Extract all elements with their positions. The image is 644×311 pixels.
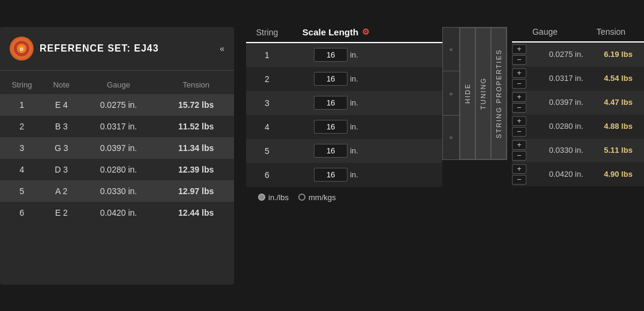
plus-btn-5[interactable]: +	[512, 164, 526, 174]
gt-data-row: + − 0.0275 in. 6.19 lbs	[512, 43, 644, 67]
vertical-tabs-panel: « » » HIDE TUNING STRING PROPERTIES	[442, 27, 507, 160]
minus-btn-1[interactable]: −	[512, 79, 526, 89]
right-cell-string-2: 3	[246, 98, 288, 108]
left-table-row: 2 B 3 0.0317 in. 11.52 lbs	[0, 116, 234, 137]
unit-metric-option[interactable]: mm/kgs	[298, 193, 336, 202]
left-table-row: 3 G 3 0.0397 in. 11.34 lbs	[0, 137, 234, 159]
right-data-row: 1 in.	[246, 43, 442, 67]
cell-string-1: 2	[0, 116, 44, 137]
plus-btn-3[interactable]: +	[512, 116, 526, 126]
unit-imperial-label: in./lbs	[268, 193, 289, 202]
gt-cell-tension-2: 4.47 lbs	[592, 98, 644, 107]
right-cell-scalelen-4: in.	[288, 144, 384, 158]
cell-tension-1: 11.52 lbs	[158, 116, 234, 137]
tuning-tab[interactable]: TUNING	[475, 28, 491, 159]
arrow-right-btn2[interactable]: »	[443, 116, 459, 159]
cell-gauge-2: 0.0397 in.	[79, 137, 158, 159]
arrow-right-btn[interactable]: »	[443, 71, 459, 116]
cell-string-2: 3	[0, 137, 44, 159]
minus-btn-3[interactable]: −	[512, 127, 526, 137]
cell-note-3: D 3	[44, 159, 79, 180]
gt-cell-tension-3: 4.88 lbs	[592, 122, 644, 131]
left-table-row: 6 E 2 0.0420 in. 12.44 lbs	[0, 202, 234, 224]
string-properties-tab[interactable]: STRING PROPERTIES	[491, 28, 507, 159]
cell-note-0: E 4	[44, 94, 79, 116]
gt-cell-gauge-5: 0.0420 in.	[535, 170, 592, 179]
cell-string-0: 1	[0, 94, 44, 116]
col-scalelen-header: Scale Length ⚙	[288, 27, 384, 37]
plus-btn-0[interactable]: +	[512, 44, 526, 54]
cell-string-5: 6	[0, 202, 44, 224]
panel-header: D REFERENCE SET: EJ43 «	[0, 37, 234, 71]
minus-btn-4[interactable]: −	[512, 151, 526, 161]
plus-btn-4[interactable]: +	[512, 140, 526, 150]
plus-btn-1[interactable]: +	[512, 68, 526, 78]
right-data-row: 2 in.	[246, 67, 442, 91]
gt-rows: + − 0.0275 in. 6.19 lbs + − 0.0317 in. 4…	[512, 43, 644, 186]
col-header-gauge: Gauge	[79, 76, 158, 94]
minus-btn-0[interactable]: −	[512, 55, 526, 65]
unit-row: in./lbs mm/kgs	[246, 193, 644, 202]
right-cell-string-3: 4	[246, 122, 288, 132]
left-table-row: 1 E 4 0.0275 in. 15.72 lbs	[0, 94, 234, 116]
unit-imperial-option[interactable]: in./lbs	[258, 193, 289, 202]
col-header-note: Note	[44, 76, 79, 94]
gt-cell-tension-1: 4.54 lbs	[592, 74, 644, 83]
cell-gauge-5: 0.0420 in.	[79, 202, 158, 224]
right-rows: 1 in. 2 in. 3 in. 4 in. 5	[246, 43, 442, 187]
unit-metric-label: mm/kgs	[308, 193, 336, 202]
pm-buttons-1: + −	[512, 68, 532, 89]
pm-buttons-4: + −	[512, 140, 532, 161]
full-right: String Scale Length ⚙ 1 in. 2 in. 3	[246, 27, 644, 187]
gt-data-row: + − 0.0420 in. 4.90 lbs	[512, 162, 644, 186]
gt-header: Gauge Tension	[512, 27, 644, 43]
arrow-left-btn[interactable]: «	[443, 28, 459, 72]
gt-data-row: + − 0.0317 in. 4.54 lbs	[512, 67, 644, 90]
scalelen-input-2[interactable]	[314, 96, 348, 110]
gear-icon[interactable]: ⚙	[362, 27, 370, 37]
right-cell-scalelen-0: in.	[288, 48, 384, 62]
cell-note-1: B 3	[44, 116, 79, 137]
pm-buttons-5: + −	[512, 164, 532, 185]
hide-tab[interactable]: HIDE	[460, 28, 475, 159]
right-cell-scalelen-5: in.	[288, 168, 384, 182]
scalelen-input-3[interactable]	[314, 120, 348, 134]
right-data-row: 6 in.	[246, 163, 442, 187]
scalelen-unit-4: in.	[350, 146, 358, 155]
brand-logo: D	[10, 37, 34, 61]
minus-btn-5[interactable]: −	[512, 175, 526, 185]
scalelen-input-5[interactable]	[314, 168, 348, 182]
gt-data-row: + − 0.0330 in. 5.11 lbs	[512, 138, 644, 162]
gt-cell-gauge-0: 0.0275 in.	[535, 50, 592, 59]
arrow-panel: « » »	[443, 28, 460, 159]
plus-btn-2[interactable]: +	[512, 92, 526, 102]
cell-note-5: E 2	[44, 202, 79, 224]
cell-tension-0: 15.72 lbs	[158, 94, 234, 116]
left-table: String Note Gauge Tension 1 E 4 0.0275 i…	[0, 76, 234, 224]
gt-cell-tension-4: 5.11 lbs	[592, 146, 644, 155]
gt-cell-gauge-1: 0.0317 in.	[535, 74, 592, 83]
scalelen-unit-3: in.	[350, 122, 358, 131]
scalelen-input-1[interactable]	[314, 72, 348, 86]
right-cell-scalelen-2: in.	[288, 96, 384, 110]
cell-string-3: 4	[0, 159, 44, 180]
gt-data-row: + − 0.0397 in. 4.47 lbs	[512, 90, 644, 114]
right-cell-string-0: 1	[246, 50, 288, 60]
tension-header: Tension	[578, 27, 644, 37]
right-data-row: 3 in.	[246, 91, 442, 115]
scalelen-input-4[interactable]	[314, 144, 348, 158]
scalelen-unit-1: in.	[350, 74, 358, 83]
unit-imperial-radio[interactable]	[258, 194, 265, 201]
unit-metric-radio[interactable]	[298, 194, 305, 201]
scalelen-input-0[interactable]	[314, 48, 348, 62]
right-cell-string-1: 2	[246, 74, 288, 84]
gt-cell-gauge-3: 0.0280 in.	[535, 122, 592, 131]
cell-gauge-3: 0.0280 in.	[79, 159, 158, 180]
minus-btn-2[interactable]: −	[512, 103, 526, 113]
cell-tension-2: 11.34 lbs	[158, 137, 234, 159]
scalelen-unit-0: in.	[350, 50, 358, 59]
col-header-string: String	[0, 76, 44, 94]
pm-buttons-3: + −	[512, 116, 532, 137]
cell-note-4: A 2	[44, 180, 79, 202]
collapse-button[interactable]: «	[220, 44, 224, 53]
